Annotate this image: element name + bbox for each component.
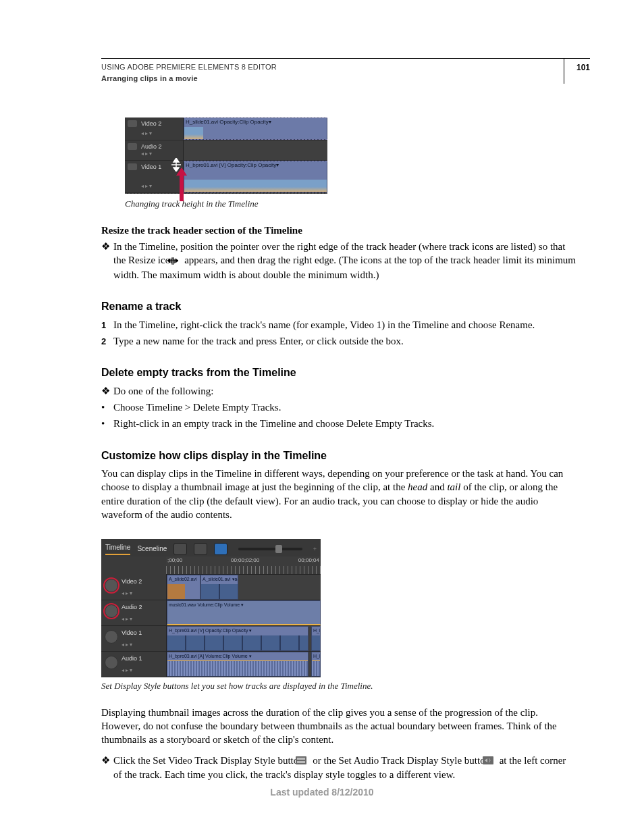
marker-tool-icon [214, 543, 227, 555]
speaker-icon [128, 143, 137, 150]
list-item: 1In the Timeline, right-click the track'… [101, 318, 576, 332]
track-label: Audio 1 [122, 655, 142, 662]
heading-customize-clips-display: Customize how clips display in the Timel… [101, 448, 576, 463]
running-header: USING ADOBE PREMIERE ELEMENTS 8 EDITOR A… [101, 62, 576, 84]
svg-marker-4 [176, 167, 187, 201]
brush-tool-icon [194, 543, 207, 555]
list-item: •Right-click in an empty track in the Ti… [101, 417, 576, 430]
svg-rect-12 [297, 761, 305, 763]
svg-marker-1 [173, 158, 179, 162]
header-chapter: Arranging clips in a movie [101, 74, 277, 84]
track-label: Video 2 [141, 120, 161, 127]
list-item: 2Type a new name for the track and press… [101, 334, 576, 348]
track-label: Video 1 [122, 629, 142, 636]
track-label: Video 1 [141, 163, 161, 170]
filmstrip-icon [128, 120, 137, 127]
set-video-display-style-icon [105, 579, 118, 592]
track-controls: ◂ ▸ ▾ [141, 130, 152, 138]
footer-updated: Last updated 8/12/2010 [0, 786, 644, 799]
track-label: Audio 2 [122, 604, 142, 610]
svg-rect-13 [483, 756, 493, 764]
track-label: Audio 2 [141, 143, 162, 150]
figure-caption: Changing track height in the Timeline [125, 198, 576, 210]
figure-timeline-track-height: Video 2 ◂ ▸ ▾ H_slide01.avi Opacity:Clip… [125, 118, 327, 194]
track-label: Video 2 [122, 578, 142, 585]
svg-rect-11 [297, 758, 305, 760]
page-number: 101 [576, 62, 590, 73]
plus-icon: + [313, 545, 317, 553]
list-item: ❖Do one of the following: [101, 384, 576, 398]
filmstrip-icon [128, 163, 137, 170]
track-controls: ◂ ▸ ▾ [141, 183, 152, 190]
track-controls: ◂ ▸ ▾ [141, 151, 152, 158]
svg-marker-6 [167, 259, 170, 263]
svg-rect-10 [296, 756, 306, 764]
body-text: Displaying thumbnail images across the d… [101, 706, 576, 747]
clip-label: H_slide01.avi Opacity:Clip Opacity▾ [186, 119, 271, 125]
tab-sceneline: Sceneline [137, 544, 167, 554]
callout-arrow-icon [175, 167, 188, 201]
clip-label: H_bpre01.avi [V] Opacity:Clip Opacity▾ [186, 162, 279, 168]
heading-rename-track: Rename a track [101, 299, 576, 314]
zoom-slider [238, 548, 302, 550]
figure-caption: Set Display Style buttons let you set ho… [101, 680, 576, 692]
selection-tool-icon [173, 543, 187, 555]
heading-resize-track-header: Resize the track header section of the T… [101, 224, 576, 237]
list-item: •Choose Timeline > Delete Empty Tracks. [101, 400, 576, 414]
list-item: ❖In the Timeline, position the pointer o… [101, 240, 576, 282]
figure-timeline-display-styles: Timeline Sceneline + ;00;00 00;00;02;00 … [101, 539, 321, 677]
time-ruler: ;00;00 00;00;02;00 00;00;04 [166, 556, 321, 575]
svg-marker-7 [176, 259, 178, 263]
tab-timeline: Timeline [105, 543, 130, 555]
list-item: ❖Click the Set Video Track Display Style… [101, 754, 576, 782]
body-text: You can display clips in the Timeline in… [101, 467, 576, 521]
speaker-icon [105, 656, 118, 669]
header-product: USING ADOBE PREMIERE ELEMENTS 8 EDITOR [101, 62, 277, 72]
heading-delete-empty-tracks: Delete empty tracks from the Timeline [101, 365, 576, 380]
set-audio-display-style-icon [105, 604, 118, 618]
filmstrip-icon [105, 630, 118, 644]
